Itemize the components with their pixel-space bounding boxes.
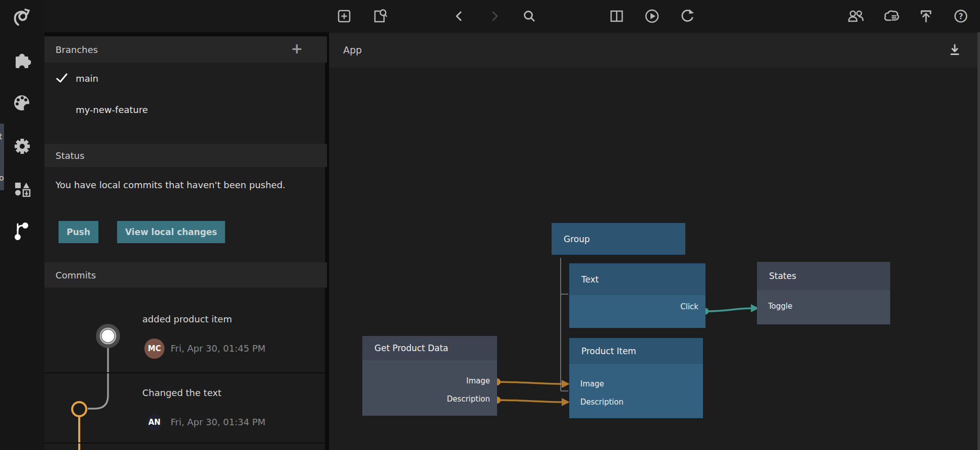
branch-item-main[interactable]: main [44,63,327,94]
node-title: Group [552,223,685,255]
node-title: Product Item [569,338,703,364]
add-branch-button[interactable]: + [291,40,303,57]
node-canvas[interactable]: App Group Text Click [329,32,980,450]
collaborators-icon[interactable] [847,7,865,25]
input-port-toggle[interactable]: Toggle [768,301,792,311]
node-group[interactable]: Group [552,223,685,255]
commit-message: Changed the text [142,387,222,398]
canvas-title: App [343,44,362,55]
divider [44,442,325,443]
version-control-panel: Branches + main my-new-feature Status Yo… [44,36,327,450]
top-toolbar: ? [44,0,980,32]
author-avatar: MC [144,339,165,359]
help-icon[interactable]: ? [952,7,970,25]
clipped-text: t [0,132,2,141]
styles-palette-icon[interactable] [12,92,32,112]
split-view-icon[interactable] [608,7,626,25]
commit-marker-local[interactable] [72,402,86,416]
status-title: Status [56,150,84,161]
download-icon[interactable] [946,41,964,60]
node-text[interactable]: Text Click [569,263,705,328]
input-port-description[interactable]: Description [580,397,623,407]
output-port-image[interactable]: Image [369,376,490,386]
search-icon[interactable] [520,7,538,25]
view-local-changes-button[interactable]: View local changes [117,221,225,243]
canvas-header: App [329,33,980,68]
node-title: Text [569,263,705,295]
help-glyph: ? [959,12,963,21]
refresh-icon[interactable] [678,7,696,25]
node-product-item[interactable]: Product Item Image Description [569,338,703,418]
check-icon [56,72,69,84]
input-port-image[interactable]: Image [580,379,604,389]
commit-list: added product item MC Fri, Apr 30, 01:45… [44,288,325,450]
node-states[interactable]: States Toggle [757,262,890,324]
push-button[interactable]: Push [59,221,98,243]
branches-section-header: Branches [44,36,327,63]
publish-icon[interactable] [917,7,935,25]
commit-timestamp: Fri, Apr 30, 01:45 PM [171,343,265,354]
output-port-description[interactable]: Description [369,394,490,404]
marketplace-icon[interactable] [12,178,32,198]
commits-title: Commits [56,270,96,280]
settings-gear-icon[interactable] [12,136,32,156]
branches-title: Branches [56,44,98,55]
navigate-forward-icon[interactable] [485,7,504,25]
status-message: You have local commits that haven't been… [56,178,308,192]
status-section-header: Status [44,144,327,167]
branch-item-my-new-feature[interactable]: my-new-feature [44,94,327,125]
branch-name: main [76,73,98,84]
commit-message: added product item [142,314,232,324]
commit-timestamp: Fri, Apr 30, 01:34 PM [171,417,265,427]
component-search-icon[interactable] [370,7,389,25]
scrollbar[interactable] [977,32,980,450]
cloud-sync-icon[interactable] [882,7,900,25]
activity-bar [0,0,44,450]
node-title: Get Product Data [362,336,497,360]
add-node-icon[interactable] [335,7,353,25]
node-title: States [757,262,890,290]
clipped-panel-fragment: t o [0,124,4,190]
components-icon[interactable] [12,50,32,71]
branch-name: my-new-feature [76,104,148,115]
clipped-text: o [0,173,4,183]
navigate-back-icon[interactable] [450,7,468,25]
author-avatar: AN [146,414,162,430]
commits-section-header: Commits [44,262,327,288]
divider [44,372,325,373]
node-get-product-data[interactable]: Get Product Data Image Description [362,336,497,416]
version-control-icon[interactable] [12,220,32,240]
noodl-logo-icon[interactable] [12,7,32,27]
output-port-click[interactable]: Click [582,302,698,312]
run-preview-icon[interactable] [643,7,661,25]
